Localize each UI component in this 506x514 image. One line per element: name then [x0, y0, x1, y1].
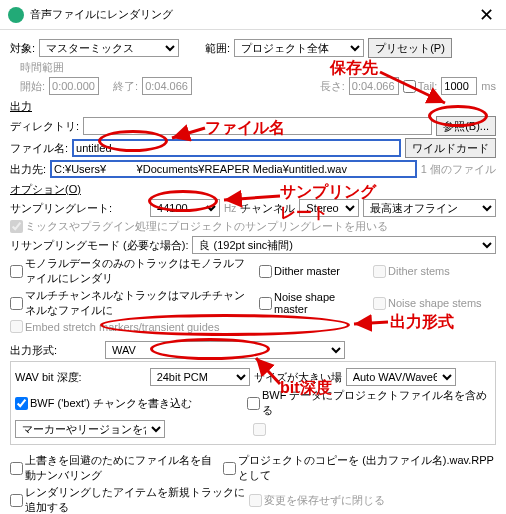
end-input: [142, 77, 192, 95]
start-input: [49, 77, 99, 95]
close-icon[interactable]: ✕: [475, 4, 498, 26]
noise-stems-checkbox: [373, 297, 386, 310]
dither-master-checkbox[interactable]: [259, 265, 272, 278]
mixnote-checkbox: [10, 220, 23, 233]
output-section: 出力: [10, 99, 496, 114]
outpath-input[interactable]: [50, 160, 417, 178]
channels-label: チャンネル: [240, 201, 295, 216]
end-label: 終了:: [113, 79, 138, 94]
range-select[interactable]: プロジェクト全体: [234, 39, 364, 57]
browse-button[interactable]: 参照(B)...: [436, 116, 496, 136]
tail-checkbox[interactable]: [403, 80, 416, 93]
noise-master-checkbox[interactable]: [259, 297, 272, 310]
mono-checkbox[interactable]: [10, 265, 23, 278]
start-label: 開始:: [20, 79, 45, 94]
timerange-label: 時間範囲: [20, 60, 64, 75]
bwf-checkbox[interactable]: [15, 397, 28, 410]
resample-select[interactable]: 良 (192pt sinc補間): [192, 236, 496, 254]
dir-input[interactable]: [83, 117, 432, 135]
embed-checkbox: [10, 320, 23, 333]
size-select[interactable]: Auto WAV/Wave64: [346, 368, 456, 386]
filename-label: ファイル名:: [10, 141, 68, 156]
unknown-checkbox: [253, 423, 266, 436]
autonum-checkbox[interactable]: [10, 462, 23, 475]
range-label: 範囲:: [205, 41, 230, 56]
format-label: 出力形式:: [10, 343, 57, 358]
newtrack-checkbox[interactable]: [10, 494, 23, 507]
savechg-checkbox: [249, 494, 262, 507]
multi-checkbox[interactable]: [10, 297, 23, 310]
length-label: 長さ:: [320, 79, 345, 94]
dither-stems-checkbox: [373, 265, 386, 278]
filename-input[interactable]: [72, 139, 401, 157]
srate-label: サンプリングレート:: [10, 201, 112, 216]
tail-unit: ms: [481, 80, 496, 92]
bwfproj-checkbox[interactable]: [247, 397, 260, 410]
filecount-label: 1 個のファイル: [421, 162, 496, 177]
target-label: 対象:: [10, 41, 35, 56]
offline-select[interactable]: 最高速オフライン: [363, 199, 496, 217]
format-select[interactable]: WAV: [105, 341, 345, 359]
tail-input[interactable]: [441, 77, 477, 95]
marker-select[interactable]: マーカーやリージョンを含めない: [15, 420, 165, 438]
rpp-checkbox[interactable]: [223, 462, 236, 475]
window-title: 音声ファイルにレンダリング: [30, 7, 475, 22]
dir-label: ディレクトリ:: [10, 119, 79, 134]
resample-label: リサンプリングモード (必要な場合):: [10, 238, 188, 253]
mixnote-label: ミックスやプラグイン処理にプロジェクトのサンプリングレートを用いる: [25, 219, 388, 234]
app-icon: [8, 7, 24, 23]
srate-select[interactable]: 44100: [150, 199, 220, 217]
wildcard-button[interactable]: ワイルドカード: [405, 138, 496, 158]
tail-label: Tail:: [418, 80, 438, 92]
options-section: オプション(O): [10, 182, 496, 197]
length-input: [349, 77, 399, 95]
channels-select[interactable]: Stereo: [299, 199, 359, 217]
bitdepth-select[interactable]: 24bit PCM: [150, 368, 250, 386]
target-select[interactable]: マスターミックス: [39, 39, 179, 57]
outpath-label: 出力先:: [10, 162, 46, 177]
preset-button[interactable]: プリセット(P): [368, 38, 452, 58]
bitdepth-label: WAV bit 深度:: [15, 370, 82, 385]
size-label: サイズが大きい場: [254, 370, 342, 385]
